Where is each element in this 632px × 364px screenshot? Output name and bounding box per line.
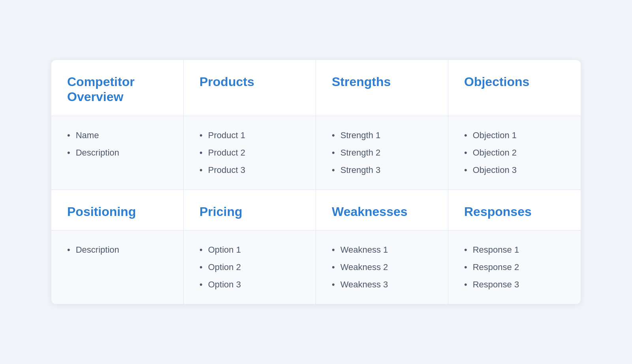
list-item: Weakness 3 [332, 280, 432, 290]
list-item: Product 1 [199, 130, 300, 141]
list-item: Strength 2 [332, 148, 432, 158]
header-pricing-label: Pricing [199, 205, 242, 219]
pricing-list: Option 1 Option 2 Option 3 [199, 245, 300, 290]
header-products-label: Products [199, 75, 254, 89]
list-item: Description [67, 148, 167, 158]
cell-objections-content: Objection 1 Objection 2 Objection 3 [448, 116, 581, 190]
list-item: Option 2 [199, 262, 300, 272]
header-strengths: Strengths [316, 60, 448, 116]
strengths-list: Strength 1 Strength 2 Strength 3 [332, 130, 432, 175]
products-list: Product 1 Product 2 Product 3 [199, 130, 300, 175]
list-item: Objection 1 [464, 130, 565, 141]
list-item: Product 2 [199, 148, 300, 158]
header-pricing: Pricing [184, 190, 316, 231]
list-item: Option 1 [199, 245, 300, 255]
header-positioning: Positioning [51, 190, 184, 231]
list-item: Objection 3 [464, 165, 565, 175]
positioning-list: Description [67, 245, 167, 255]
cell-competitor-overview-content: Name Description [51, 116, 184, 190]
list-item: Product 3 [199, 165, 300, 175]
list-item: Response 1 [464, 245, 565, 255]
header-competitor-overview-label: Competitor Overview [67, 75, 135, 104]
header-weaknesses: Weaknesses [316, 190, 448, 231]
header-weaknesses-label: Weaknesses [332, 205, 408, 219]
cell-weaknesses-content: Weakness 1 Weakness 2 Weakness 3 [316, 231, 448, 304]
objections-list: Objection 1 Objection 2 Objection 3 [464, 130, 565, 175]
competitor-overview-list: Name Description [67, 130, 167, 158]
cell-pricing-content: Option 1 Option 2 Option 3 [184, 231, 316, 304]
cell-strengths-content: Strength 1 Strength 2 Strength 3 [316, 116, 448, 190]
list-item: Weakness 1 [332, 245, 432, 255]
header-products: Products [184, 60, 316, 116]
header-responses-label: Responses [464, 205, 532, 219]
list-item: Strength 3 [332, 165, 432, 175]
list-item: Response 2 [464, 262, 565, 272]
list-item: Description [67, 245, 167, 255]
cell-responses-content: Response 1 Response 2 Response 3 [448, 231, 581, 304]
list-item: Weakness 2 [332, 262, 432, 272]
header-positioning-label: Positioning [67, 205, 136, 219]
list-item: Option 3 [199, 280, 300, 290]
header-strengths-label: Strengths [332, 75, 391, 89]
cell-positioning-content: Description [51, 231, 184, 304]
header-competitor-overview: Competitor Overview [51, 60, 184, 116]
header-objections-label: Objections [464, 75, 529, 89]
table-grid: Competitor Overview Products Strengths O… [51, 60, 581, 304]
header-responses: Responses [448, 190, 581, 231]
list-item: Strength 1 [332, 130, 432, 141]
responses-list: Response 1 Response 2 Response 3 [464, 245, 565, 290]
weaknesses-list: Weakness 1 Weakness 2 Weakness 3 [332, 245, 432, 290]
list-item: Name [67, 130, 167, 141]
competitor-table: Competitor Overview Products Strengths O… [51, 60, 581, 304]
cell-products-content: Product 1 Product 2 Product 3 [184, 116, 316, 190]
header-objections: Objections [448, 60, 581, 116]
list-item: Objection 2 [464, 148, 565, 158]
list-item: Response 3 [464, 280, 565, 290]
